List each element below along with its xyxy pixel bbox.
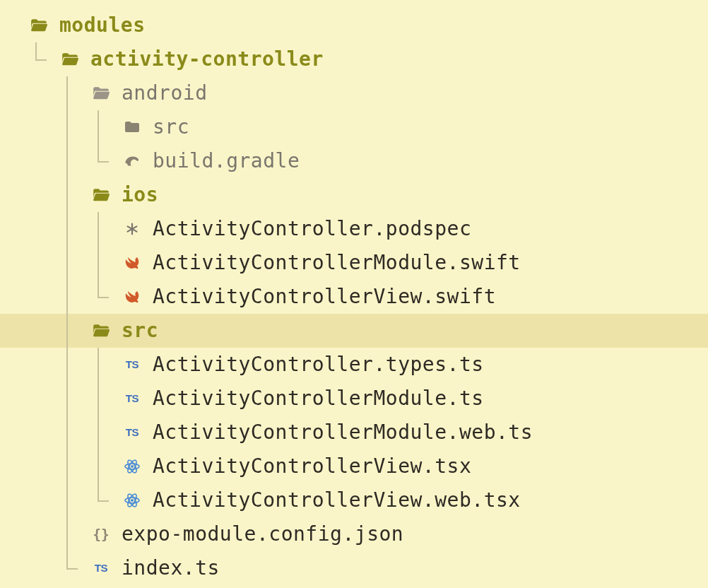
tree-item-view-tsx[interactable]: ActivityControllerView.tsx xyxy=(27,449,708,483)
typescript-icon xyxy=(120,389,144,408)
folder-open-icon xyxy=(58,49,82,69)
tree-item-src[interactable]: src xyxy=(0,314,708,348)
folder-open-icon xyxy=(89,83,113,103)
json-icon xyxy=(89,524,113,544)
tree-label: ActivityControllerModule.swift xyxy=(153,253,521,273)
tree-item-index-ts[interactable]: index.ts xyxy=(27,551,708,585)
tree-item-module-web-ts[interactable]: ActivityControllerModule.web.ts xyxy=(27,416,708,449)
tree-item-android-src[interactable]: src xyxy=(27,110,708,144)
folder-closed-icon xyxy=(120,117,144,137)
tree-item-activity-controller[interactable]: activity-controller xyxy=(27,42,708,76)
swift-icon xyxy=(120,253,144,273)
tree-label: ActivityControllerModule.ts xyxy=(153,389,484,408)
gradle-icon xyxy=(120,151,144,171)
tree-label: activity-controller xyxy=(90,49,324,69)
tree-label: ActivityControllerModule.web.ts xyxy=(153,423,533,442)
tree-item-view-swift[interactable]: ActivityControllerView.swift xyxy=(27,280,708,314)
tree-label: android xyxy=(122,83,208,103)
folder-open-icon xyxy=(27,16,51,35)
tree-item-module-swift[interactable]: ActivityControllerModule.swift xyxy=(27,246,708,280)
folder-open-icon xyxy=(89,321,113,341)
tree-label: ActivityController.types.ts xyxy=(153,355,484,375)
tree-item-ios[interactable]: ios xyxy=(27,178,708,212)
tree-label: ActivityControllerView.web.tsx xyxy=(153,490,521,510)
tree-label: src xyxy=(153,117,189,137)
typescript-icon xyxy=(120,355,144,375)
tree-item-podspec[interactable]: ActivityController.podspec xyxy=(27,212,708,246)
react-icon xyxy=(120,457,144,476)
tree-item-build-gradle[interactable]: build.gradle xyxy=(27,144,708,178)
tree-item-modules[interactable]: modules xyxy=(27,8,708,42)
tree-item-view-web-tsx[interactable]: ActivityControllerView.web.tsx xyxy=(27,483,708,517)
folder-open-icon xyxy=(89,185,113,205)
react-icon xyxy=(120,490,144,510)
tree-label: ActivityController.podspec xyxy=(153,219,471,239)
tree-label: ActivityControllerView.tsx xyxy=(153,457,471,476)
tree-label: build.gradle xyxy=(153,151,300,171)
file-tree: modules activity-controller android src … xyxy=(0,0,708,585)
swift-icon xyxy=(120,287,144,307)
tree-label: modules xyxy=(59,16,146,35)
tree-item-expo-config[interactable]: expo-module.config.json xyxy=(27,517,708,551)
typescript-icon xyxy=(89,558,113,578)
tree-label: ActivityControllerView.swift xyxy=(153,287,496,307)
tree-label: expo-module.config.json xyxy=(122,524,403,544)
tree-item-android[interactable]: android xyxy=(27,76,708,110)
tree-label: index.ts xyxy=(122,558,220,578)
asterisk-icon xyxy=(120,219,144,239)
tree-item-module-ts[interactable]: ActivityControllerModule.ts xyxy=(27,382,708,416)
tree-item-types-ts[interactable]: ActivityController.types.ts xyxy=(27,348,708,382)
tree-label: src xyxy=(122,321,158,341)
tree-label: ios xyxy=(122,185,158,205)
typescript-icon xyxy=(120,423,144,442)
